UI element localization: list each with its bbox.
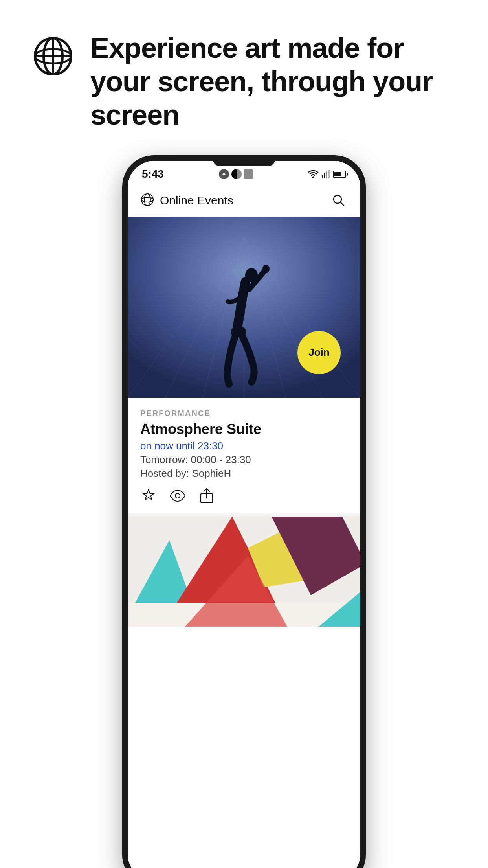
svg-line-10 [340, 202, 344, 206]
share-icon [199, 487, 214, 504]
search-button[interactable] [330, 191, 348, 210]
svg-point-7 [144, 194, 150, 206]
star-icon [140, 487, 157, 504]
svg-point-6 [141, 194, 153, 206]
nav-globe-icon [140, 193, 154, 208]
header-globe-icon [31, 35, 75, 78]
favorite-button[interactable] [140, 487, 157, 504]
status-app-icon-2 [231, 169, 242, 179]
event-title: Atmosphere Suite [140, 421, 348, 438]
status-bar: 5:43 [128, 161, 360, 184]
status-app-icons [219, 169, 253, 179]
nav-bar: Online Events [128, 184, 360, 217]
nav-title: Online Events [160, 194, 233, 207]
hero-image: Join [128, 217, 360, 398]
join-button-label: Join [308, 346, 329, 359]
watch-button[interactable] [169, 487, 186, 504]
svg-point-20 [262, 265, 270, 273]
event-schedule: Tomorrow: 00:00 - 23:30 [140, 454, 348, 466]
event-category: PERFORMANCE [140, 409, 348, 418]
svg-point-8 [141, 197, 153, 202]
header-title: Experience art made for your screen, thr… [90, 31, 457, 132]
status-app-icon-3 [244, 169, 253, 179]
nav-left: Online Events [140, 193, 233, 208]
status-time: 5:43 [142, 168, 164, 180]
phone-wrapper: 5:43 [0, 155, 488, 868]
page-header: Experience art made for your screen, thr… [0, 0, 488, 155]
svg-point-5 [312, 176, 314, 178]
colorful-shapes-graphic [128, 517, 360, 627]
status-app-icon-1 [219, 169, 229, 179]
share-button[interactable] [198, 487, 215, 504]
event-actions [140, 487, 348, 504]
join-button[interactable]: Join [297, 331, 341, 374]
battery-icon [333, 171, 346, 178]
eye-icon [169, 489, 186, 502]
phone-screen: 5:43 [128, 161, 360, 868]
phone-outer: 5:43 [122, 155, 366, 868]
wifi-icon [308, 170, 319, 178]
svg-point-22 [175, 493, 180, 498]
status-icons-right [308, 170, 346, 178]
signal-bars [322, 170, 330, 178]
search-icon [332, 193, 346, 208]
event-live-text: on now until 23:30 [140, 440, 348, 452]
second-card-image [128, 517, 360, 627]
event-host: Hosted by: SophieH [140, 467, 348, 480]
dancer-silhouette [206, 264, 277, 390]
event-card: PERFORMANCE Atmosphere Suite on now unti… [128, 398, 360, 517]
